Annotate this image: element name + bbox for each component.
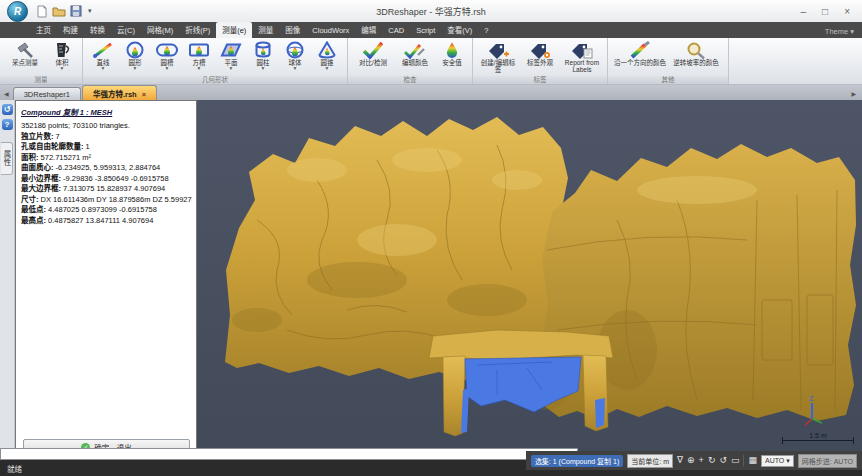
history-icon[interactable]: ↺ — [2, 104, 13, 115]
lowest-point-line: 最低点: 4.487025 0.8973099 -0.6915758 — [21, 205, 192, 216]
chevron-down-icon[interactable]: ▾ — [134, 66, 137, 70]
round-slot-button[interactable]: 圆槽 ▾ — [152, 40, 182, 70]
maximize-button[interactable]: □ — [822, 6, 828, 17]
plane-shape-icon — [219, 40, 243, 59]
ribbon-tab-bar: 主页 构建 转换 云(C) 网格(M) 折线(P) 测量(e) 测量 图像 Cl… — [0, 22, 862, 38]
round-slot-icon — [155, 40, 179, 59]
doc-tab-scroll-right-icon[interactable]: ▶ — [847, 90, 860, 100]
rect-slot-button[interactable]: 方槽 ▾ — [184, 40, 214, 70]
chevron-down-icon[interactable]: ▾ — [102, 66, 105, 70]
tag-plus-icon — [486, 40, 510, 59]
qat-customize-caret-icon[interactable]: ▾ — [88, 7, 92, 15]
chevron-down-icon[interactable]: ▾ — [294, 66, 297, 70]
rotate-icon[interactable]: ↻ — [708, 456, 716, 465]
pick-measure-button[interactable]: 采点测量 — [5, 40, 45, 66]
new-file-icon[interactable] — [36, 5, 48, 18]
line-shape-button[interactable]: 直线 ▾ — [88, 40, 118, 70]
doc-tab-1[interactable]: 3DReshaper1 — [13, 87, 81, 100]
tab-cloud[interactable]: 云(C) — [111, 22, 141, 38]
orbit-icon[interactable]: ↺ — [719, 456, 727, 465]
help-icon[interactable]: ? — [2, 119, 13, 130]
beaker-icon — [50, 40, 74, 59]
safety-value-button[interactable]: 安全值 — [437, 40, 467, 66]
app-logo-icon[interactable]: R — [7, 1, 28, 22]
ribbon-empty-space — [729, 38, 862, 84]
doc-tab-scroll-left-icon[interactable]: ◀ — [0, 90, 13, 100]
cone-shape-button[interactable]: 圆锥 ▾ — [312, 40, 342, 70]
chevron-down-icon[interactable]: ▾ — [262, 66, 265, 70]
theme-dropdown[interactable]: Theme ▾ — [825, 27, 854, 36]
edit-colors-button[interactable]: 编辑颜色 — [395, 40, 435, 66]
tab-construct[interactable]: 构建 — [57, 22, 84, 38]
chevron-down-icon[interactable]: ▾ — [230, 66, 233, 70]
report-from-labels-button[interactable]: Report from Labels — [562, 40, 602, 74]
color-check-icon — [403, 40, 427, 59]
axis-indicator: Z — [798, 393, 828, 427]
open-folder-icon[interactable] — [52, 5, 66, 17]
color-by-slope-button[interactable]: 逆转坡率的颜色 — [669, 40, 723, 66]
unit-dropdown[interactable]: 当前单位: m — [627, 454, 673, 468]
independent-pieces-line: 独立片数: 7 — [21, 132, 192, 143]
ribbon-group-other: 沿一个方向的颜色 逆转坡率的颜色 其他 — [608, 38, 729, 84]
plane-shape-button[interactable]: 平面 ▾ — [216, 40, 246, 70]
mesh-title: Compound 复制 1 : MESH — [21, 106, 192, 117]
holes-contours-line: 孔或自由轮廓数量: 1 — [21, 142, 192, 153]
tag-gear-icon — [528, 40, 552, 59]
document-tab-bar: ◀ 3DReshaper1 华强方特.rsh× ▶ — [0, 85, 862, 100]
tab-mesh[interactable]: 网格(M) — [141, 22, 179, 38]
tab-polyline[interactable]: 折线(P) — [179, 22, 216, 38]
scale-bar: 1.5 m — [782, 432, 854, 441]
command-input[interactable] — [0, 448, 578, 460]
volume-button[interactable]: 体积 ▾ — [47, 40, 77, 70]
zoom-icon[interactable]: ⊕ — [687, 456, 695, 465]
tab-edit[interactable]: 编辑 — [355, 22, 382, 38]
selection-badge: 选集: 1 (Compound 复制 1) — [531, 455, 623, 467]
compare-inspect-button[interactable]: 对比/检测 — [353, 40, 393, 66]
bbox-max-line: 最大边界框: 7.313075 15.828937 4.907694 — [21, 184, 192, 195]
chevron-down-icon[interactable]: ▾ — [61, 66, 64, 70]
ribbon-group-inspect: 对比/检测 编辑颜色 安全值 检查 — [348, 38, 473, 84]
tab-survey[interactable]: 测量 — [252, 22, 279, 38]
circle-shape-button[interactable]: 圆形 ▾ — [120, 40, 150, 70]
chevron-down-icon[interactable]: ▾ — [166, 66, 169, 70]
bbox-min-line: 最小边界框: -9.29836 -3.850649 -0.6915758 — [21, 174, 192, 185]
tab-help[interactable]: ? — [478, 24, 494, 38]
pan-icon[interactable]: + — [699, 456, 704, 465]
tab-script[interactable]: Script — [410, 24, 441, 38]
tab-measure-active[interactable]: 测量(e) — [216, 22, 252, 38]
group-label-measure: 测量 — [0, 75, 82, 84]
highest-point-line: 最高点: 0.4875827 13.847111 4.907694 — [21, 216, 192, 227]
grid-step-readout: 网格步进: AUTO — [798, 454, 857, 468]
tab-image[interactable]: 图像 — [279, 22, 306, 38]
doc-tab-2-active[interactable]: 华强方特.rsh× — [82, 85, 157, 100]
minimize-button[interactable]: – — [801, 6, 807, 17]
window-controls: – □ × — [801, 6, 850, 17]
3d-viewport[interactable]: Z 1.5 m — [197, 100, 862, 461]
grid-icon[interactable]: ▦ — [748, 456, 757, 465]
close-button[interactable]: × — [844, 6, 850, 17]
tab-home[interactable]: 主页 — [30, 22, 57, 38]
cylinder-shape-icon — [251, 40, 275, 59]
tab-cloudworx[interactable]: CloudWorx — [306, 24, 355, 38]
cone-shape-icon — [315, 40, 339, 59]
group-label-geometry: 几何形状 — [83, 75, 347, 84]
create-edit-label-button[interactable]: 创建/编辑标签 — [478, 40, 518, 74]
tag-report-icon — [570, 40, 594, 59]
tab-view[interactable]: 查看(V) — [441, 22, 478, 38]
filter-icon[interactable]: ∇ — [677, 456, 683, 465]
properties-vertical-tab[interactable]: 属性 — [1, 142, 13, 175]
label-appearance-button[interactable]: 标签外观 — [520, 40, 560, 66]
chevron-down-icon[interactable]: ▾ — [198, 66, 201, 70]
select-rect-icon[interactable]: ▭ — [731, 456, 740, 465]
chevron-down-icon[interactable]: ▾ — [326, 66, 329, 70]
close-doc-tab-icon[interactable]: × — [142, 90, 146, 99]
tab-transform[interactable]: 转换 — [84, 22, 111, 38]
sphere-shape-button[interactable]: 球体 ▾ — [280, 40, 310, 70]
ribbon-group-measure: 采点测量 体积 ▾ 测量 — [0, 38, 83, 84]
save-icon[interactable] — [70, 5, 82, 17]
cylinder-shape-button[interactable]: 圆柱 ▾ — [248, 40, 278, 70]
auto-dropdown[interactable]: AUTO ▾ — [761, 455, 794, 467]
color-along-direction-button[interactable]: 沿一个方向的颜色 — [613, 40, 667, 66]
color-drop-icon — [440, 40, 464, 59]
tab-cad[interactable]: CAD — [382, 24, 410, 38]
